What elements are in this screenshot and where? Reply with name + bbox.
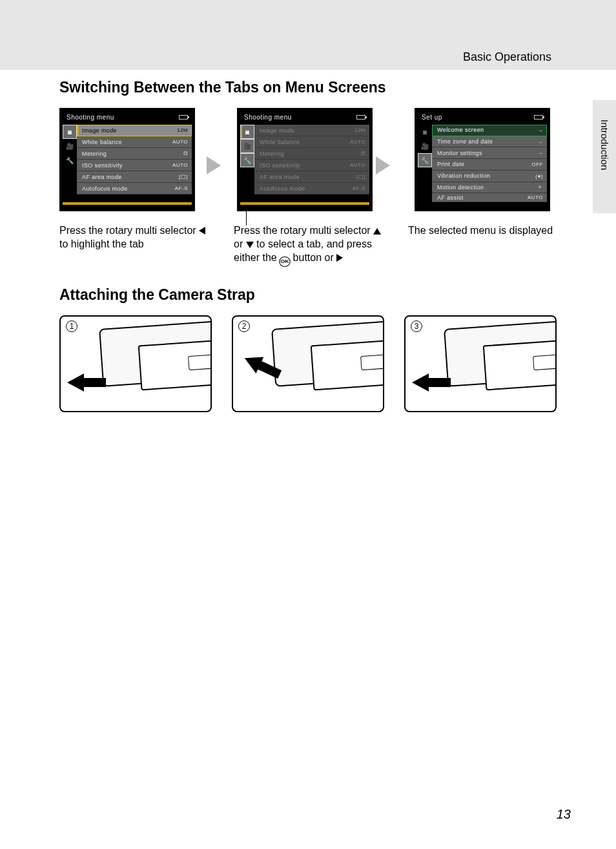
menu-screens-row: Shooting menu ◙ 🎥 🔧 Image mode12M White … xyxy=(59,108,557,211)
menu-row: Time zone and date-- xyxy=(432,136,547,148)
step-number-badge: 2 xyxy=(238,320,250,332)
lcd-screen: Set up ◙ 🎥 🔧 Welcome screen-- Time zone … xyxy=(415,108,550,211)
step-number-badge: 3 xyxy=(411,320,422,332)
lcd-screen: Shooting menu ◙ 🎥 🔧 Image mode12M White … xyxy=(237,108,373,211)
lcd-title-text: Set up xyxy=(422,114,442,121)
lcd-screen: Shooting menu ◙ 🎥 🔧 Image mode12M White … xyxy=(59,108,195,211)
strap-step-2: 2 xyxy=(232,315,384,412)
lcd-title-bar: Shooting menu xyxy=(63,111,192,125)
lcd-title-text: Shooting menu xyxy=(244,114,292,121)
header-section-name: Basic Operations xyxy=(463,50,551,64)
menu-row: Autofocus modeAF-S xyxy=(254,183,369,194)
movie-tab-icon: 🎥 xyxy=(240,139,254,153)
lcd-title-text: Shooting menu xyxy=(67,114,114,121)
menu-row: Motion detectionఠ xyxy=(432,182,547,194)
caption-3: The selected menu is displayed xyxy=(408,224,557,267)
camera-panel-illustration xyxy=(483,339,557,390)
menu-row: AF area mode[▢] xyxy=(77,171,192,183)
heading-switching-tabs: Switching Between the Tabs on Menu Scree… xyxy=(59,79,557,96)
page-content: Switching Between the Tabs on Menu Scree… xyxy=(59,79,557,412)
camera-tab-icon: ◙ xyxy=(418,125,432,139)
lcd-tab-strip: ◙ 🎥 🔧 xyxy=(418,125,432,202)
menu-row: Print dateOFF xyxy=(432,159,547,171)
lcd-menu-list: Image mode12M White balanceAUTO Metering… xyxy=(77,125,192,202)
menu-row: Vibration reduction(●) xyxy=(432,171,547,182)
heading-attaching-strap: Attaching the Camera Strap xyxy=(59,286,557,304)
setup-tab-icon: 🔧 xyxy=(418,153,432,167)
page-number: 13 xyxy=(557,807,571,822)
menu-screen-2: Shooting menu ◙ 🎥 🔧 Image mode12M White … xyxy=(237,108,379,211)
menu-row: AF assistAUTO xyxy=(432,193,547,202)
lcd-menu-list: Welcome screen-- Time zone and date-- Mo… xyxy=(432,125,547,202)
ok-button-icon: OK xyxy=(279,257,291,267)
menu-row: Welcome screen-- xyxy=(432,125,547,136)
caption-2: Press the rotary multi selector or to se… xyxy=(234,224,382,267)
lcd-title-bar: Set up xyxy=(418,111,547,125)
camera-panel-illustration xyxy=(311,339,384,390)
side-chapter-tab: Introduction xyxy=(593,100,616,213)
movie-tab-icon: 🎥 xyxy=(63,139,77,153)
strap-diagrams-row: 1 2 3 xyxy=(59,315,557,412)
menu-row: ISO sensitivityAUTO xyxy=(254,160,369,171)
menu-row: Monitor settings-- xyxy=(432,147,547,159)
lcd-scrollbar xyxy=(240,202,369,205)
caption-1: Press the rotary multi selector to highl… xyxy=(59,224,208,267)
step-number-badge: 1 xyxy=(66,320,77,332)
battery-icon xyxy=(356,115,365,120)
left-arrow-icon xyxy=(199,227,205,235)
direction-arrow-icon xyxy=(412,373,451,392)
strap-step-3: 3 xyxy=(404,315,557,412)
menu-row: Metering⊡ xyxy=(77,148,192,160)
lcd-tab-strip: ◙ 🎥 🔧 xyxy=(63,125,77,202)
battery-icon xyxy=(179,115,188,120)
battery-icon xyxy=(534,115,543,120)
menu-row: White balanceAUTO xyxy=(254,136,369,148)
menu-row: Metering⊡ xyxy=(254,148,369,160)
menu-row: ISO sensitivityAUTO xyxy=(77,160,192,171)
lcd-tab-strip: ◙ 🎥 🔧 xyxy=(240,125,254,202)
down-arrow-icon xyxy=(246,242,254,248)
menu-row: White balanceAUTO xyxy=(77,136,192,148)
menu-screen-3: Set up ◙ 🎥 🔧 Welcome screen-- Time zone … xyxy=(415,108,557,211)
right-arrow-icon xyxy=(336,254,343,262)
menu-row: AF area mode[▢] xyxy=(254,171,369,183)
menu-screen-1: Shooting menu ◙ 🎥 🔧 Image mode12M White … xyxy=(59,108,201,211)
lcd-scrollbar xyxy=(63,202,192,205)
up-arrow-icon xyxy=(373,228,381,235)
menu-row: Image mode12M xyxy=(254,125,369,136)
strap-step-1: 1 xyxy=(59,315,212,412)
lcd-menu-list: Image mode12M White balanceAUTO Metering… xyxy=(254,125,369,202)
callout-line xyxy=(246,211,247,225)
transition-arrow-icon xyxy=(207,156,221,174)
movie-tab-icon: 🎥 xyxy=(418,139,432,153)
menu-row: Image mode12M xyxy=(77,125,192,136)
camera-tab-icon: ◙ xyxy=(63,125,77,139)
camera-tab-icon: ◙ xyxy=(240,125,254,139)
camera-panel-illustration xyxy=(138,339,212,390)
setup-tab-icon: 🔧 xyxy=(240,153,254,167)
menu-row: Autofocus modeAF-S xyxy=(77,183,192,194)
direction-arrow-icon xyxy=(67,373,106,392)
captions-row: Press the rotary multi selector to highl… xyxy=(59,224,557,267)
lcd-title-bar: Shooting menu xyxy=(240,111,369,125)
setup-tab-icon: 🔧 xyxy=(63,153,77,167)
